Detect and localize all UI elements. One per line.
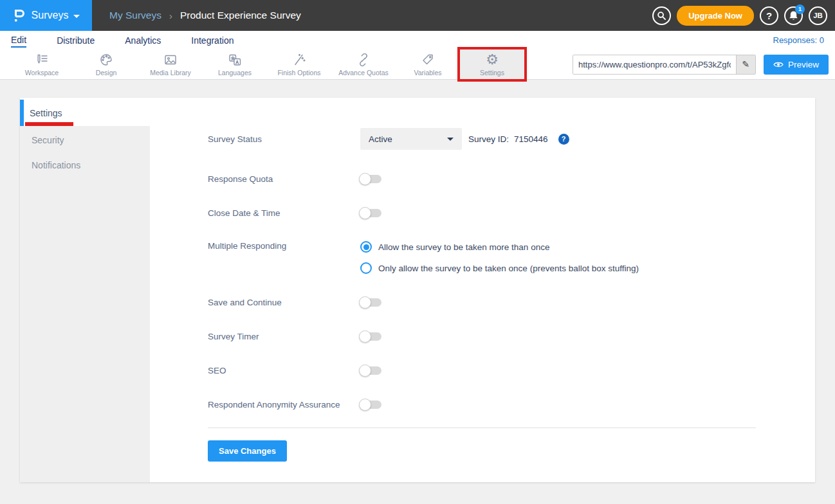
toolbar-label: Media Library	[150, 69, 191, 76]
toolbar-label: Variables	[414, 69, 442, 76]
settings-card: Settings Security Notifications Survey S…	[20, 98, 815, 482]
user-avatar[interactable]: JB	[809, 6, 827, 25]
survey-id-help-icon[interactable]: ?	[558, 134, 569, 145]
close-date-label: Close Date & Time	[208, 208, 360, 218]
survey-url-group: ✎	[573, 55, 756, 75]
survey-timer-label: Survey Timer	[208, 332, 360, 341]
notification-badge: 1	[795, 4, 805, 14]
seo-toggle[interactable]	[360, 366, 381, 375]
sidebar-item-security[interactable]: Security	[20, 127, 150, 152]
close-date-toggle[interactable]	[360, 209, 381, 217]
toolbar-item-media-library[interactable]: Media Library	[138, 50, 203, 79]
breadcrumb-my-surveys[interactable]: My Surveys	[109, 10, 161, 21]
header-actions: Upgrade Now ? 1 JB	[652, 6, 835, 26]
toolbar-item-workspace[interactable]: Workspace	[10, 50, 74, 79]
toolbar-item-finish-options[interactable]: Finish Options	[267, 50, 331, 79]
settings-form: Survey Status Active Survey ID: 7150446 …	[150, 98, 815, 482]
tab-analytics[interactable]: Analytics	[125, 33, 161, 47]
multiple-responding-label: Multiple Responding	[208, 241, 360, 251]
red-annotation-underline	[25, 122, 73, 126]
toggle-knob	[359, 399, 371, 411]
tab-edit[interactable]: Edit	[11, 33, 26, 48]
help-icon: ?	[766, 10, 772, 21]
radio-allow-multiple[interactable]: Allow the survey to be taken more than o…	[360, 241, 639, 253]
save-continue-label: Save and Continue	[208, 298, 360, 307]
toolbar-right: ✎ Preview	[573, 50, 835, 79]
anonymity-label: Respondent Anonymity Assurance	[208, 400, 360, 410]
toggle-knob	[359, 173, 371, 185]
responses-count: Responses: 0	[773, 35, 825, 45]
multiple-responding-options: Allow the survey to be taken more than o…	[360, 241, 639, 274]
toolbar-item-settings[interactable]: ⚙ Settings	[460, 50, 524, 79]
preview-label: Preview	[788, 60, 819, 69]
pencil-icon: ✎	[742, 59, 750, 69]
survey-title: Product Experience Survey	[180, 10, 301, 21]
form-divider	[208, 428, 756, 428]
toolbar-label: Finish Options	[277, 69, 320, 76]
top-bar: Surveys My Surveys › Product Experience …	[0, 0, 835, 31]
toolbar-item-languages[interactable]: Languages	[203, 50, 267, 79]
notifications-button[interactable]: 1	[784, 6, 803, 25]
toolbar-label: Settings	[480, 69, 504, 76]
toolbar-item-variables[interactable]: Variables	[396, 50, 460, 79]
toggle-knob	[359, 296, 371, 309]
sidebar-item-settings[interactable]: Settings	[20, 100, 150, 126]
settings-gear-icon: ⚙	[486, 52, 499, 68]
preview-button[interactable]: Preview	[764, 55, 829, 75]
toolbar-item-advance-quotas[interactable]: Advance Quotas	[331, 50, 396, 79]
save-continue-row: Save and Continue	[208, 296, 756, 308]
anonymity-toggle[interactable]	[360, 401, 381, 409]
section-nav: Edit Distribute Analytics Integration Re…	[0, 31, 835, 50]
toolbar-item-design[interactable]: Design	[74, 50, 138, 79]
save-continue-toggle[interactable]	[360, 298, 381, 307]
sidebar-item-label: Notifications	[32, 160, 80, 170]
survey-status-value: Active	[369, 134, 392, 144]
workspace-icon	[34, 52, 50, 68]
survey-id: Survey ID: 7150446 ?	[468, 134, 569, 145]
anonymity-row: Respondent Anonymity Assurance	[208, 399, 756, 410]
design-palette-icon	[98, 52, 114, 68]
response-quota-label: Response Quota	[208, 174, 360, 184]
survey-timer-toggle[interactable]	[360, 332, 381, 341]
variables-tag-icon	[420, 52, 436, 68]
survey-url-input[interactable]	[573, 55, 736, 74]
languages-icon	[227, 52, 243, 68]
breadcrumb-separator-icon: ›	[169, 10, 172, 21]
seo-label: SEO	[208, 366, 360, 375]
search-button[interactable]	[652, 6, 671, 25]
save-changes-button[interactable]: Save Changes	[208, 440, 287, 462]
response-quota-toggle[interactable]	[360, 175, 381, 183]
finish-options-wand-icon	[291, 52, 307, 68]
sidebar-item-label: Security	[32, 135, 64, 145]
search-icon	[657, 11, 666, 21]
survey-id-label: Survey ID:	[468, 134, 509, 144]
close-date-row: Close Date & Time	[208, 207, 756, 219]
tab-distribute[interactable]: Distribute	[57, 33, 95, 47]
sidebar-rest: Security Notifications	[20, 126, 150, 482]
product-switcher[interactable]: Surveys	[0, 0, 92, 31]
dropdown-caret-icon	[447, 138, 454, 141]
upgrade-now-button[interactable]: Upgrade Now	[677, 6, 754, 26]
advance-quotas-link-icon	[356, 52, 371, 68]
edit-url-button[interactable]: ✎	[736, 55, 755, 74]
toolbar-label: Design	[96, 69, 117, 76]
sidebar-item-notifications[interactable]: Notifications	[20, 152, 150, 177]
page-body: Settings Security Notifications Survey S…	[0, 80, 835, 482]
help-button[interactable]: ?	[760, 6, 778, 25]
seo-row: SEO	[208, 364, 756, 376]
breadcrumb: My Surveys › Product Experience Survey	[92, 10, 652, 21]
toolbar-label: Advance Quotas	[338, 69, 389, 76]
radio-only-once[interactable]: Only allow the survey to be taken once (…	[360, 262, 639, 274]
radio-label: Allow the survey to be taken more than o…	[378, 242, 549, 252]
survey-id-value: 7150446	[514, 134, 548, 144]
tab-integration[interactable]: Integration	[191, 33, 234, 47]
edit-toolbar: Workspace Design Media Library	[0, 50, 835, 80]
sidebar-item-label: Settings	[30, 108, 62, 118]
toolbar-label: Workspace	[25, 69, 59, 76]
toolbar-label: Languages	[218, 69, 252, 76]
toggle-knob	[359, 364, 371, 377]
toggle-knob	[359, 207, 371, 219]
multiple-responding-row: Multiple Responding Allow the survey to …	[208, 241, 756, 274]
survey-status-dropdown[interactable]: Active	[360, 128, 462, 150]
survey-timer-row: Survey Timer	[208, 330, 756, 342]
